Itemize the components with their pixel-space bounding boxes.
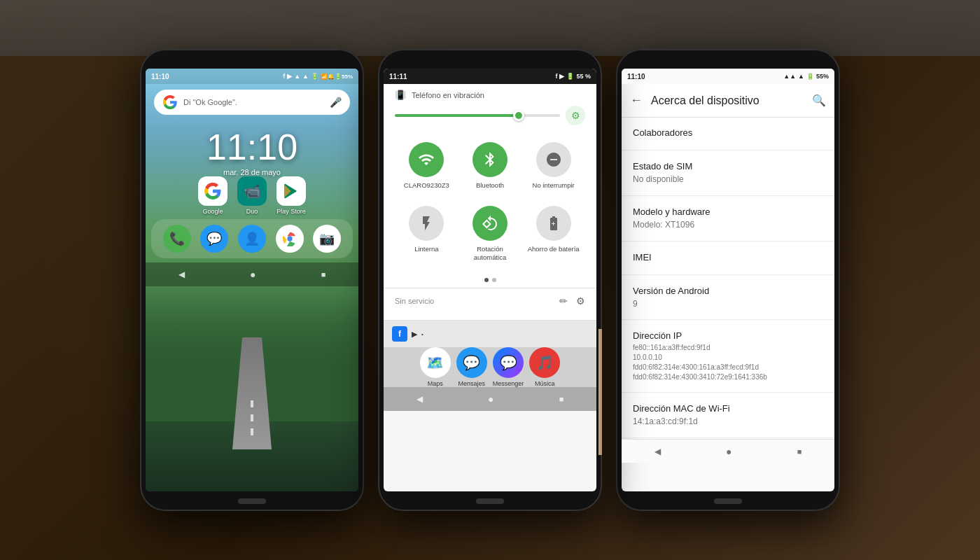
qs-settings-icon[interactable]: ⚙ (576, 295, 585, 307)
about-item-modelo[interactable]: Modelo y hardware Modelo: XT1096 (622, 197, 834, 241)
quick-settings-panel: 📳 Teléfono en vibración ⚙ (384, 84, 596, 320)
dock-messages[interactable]: 💬 (200, 225, 228, 253)
about-value-5: fe80::161a:a3ff:fecd:9f1d 10.0.0.10 fdd0… (633, 343, 823, 382)
status-icons-3: ▲▲ ▲ 🔋 55% (783, 73, 829, 80)
about-value-6: 14:1a:a3:cd:9f:1d (633, 416, 823, 428)
dock-chrome[interactable] (276, 225, 304, 253)
qs-bottom-bar: Sin servicio ✏ ⚙ (384, 288, 596, 313)
app-maps[interactable]: 🗺️ Maps (420, 347, 451, 387)
dock-camera[interactable]: 📷 (313, 225, 341, 253)
bluetooth-tile-label: Bluetooth (476, 181, 504, 189)
about-item-colaboradores[interactable]: Colaboradores (622, 118, 834, 150)
about-value-4: 9 (633, 298, 823, 310)
app-google[interactable]: Google (198, 176, 227, 215)
fb-icon: f (283, 73, 285, 80)
battery-icon-1: 🔋 (311, 73, 318, 80)
bluetooth-tile-icon (472, 142, 507, 177)
qs-settings-gear[interactable]: ⚙ (566, 106, 585, 125)
qs-tile-flashlight[interactable]: Linterna (395, 197, 458, 270)
vibration-bar: 📳 Teléfono en vibración (384, 84, 596, 103)
svg-point-0 (287, 236, 292, 241)
app-messages-2[interactable]: 💬 Mensajes (456, 347, 487, 387)
back-btn-3[interactable]: ◀ (654, 447, 661, 456)
about-label-5: Dirección IP (633, 330, 823, 341)
phones-container: 11:10 f ▶ ▲ ▲ 🔋 📶🔔🔋55% Di (133, 49, 847, 511)
qs-tile-bluetooth[interactable]: Bluetooth (458, 134, 522, 197)
dock-contacts[interactable]: 👤 (238, 225, 266, 253)
app-duo[interactable]: 📹 Duo (237, 176, 267, 215)
wifi-status-icon: ▲ (302, 73, 309, 80)
home-btn-3[interactable]: ● (726, 446, 732, 457)
google-search-bar[interactable]: Di "Ok Google". 🎤 (154, 90, 350, 115)
signal-icon: ▲ (294, 73, 300, 80)
about-label-0: Colaboradores (633, 127, 823, 138)
status-icons-1: f ▶ ▲ ▲ 🔋 📶🔔🔋55% (283, 73, 353, 80)
recent-btn-3[interactable]: ■ (797, 447, 802, 456)
phone-1: 11:10 f ▶ ▲ ▲ 🔋 📶🔔🔋55% Di (140, 49, 364, 511)
qs-dot-1 (484, 278, 489, 282)
nav-bar-3: ◀ ● ■ (622, 439, 834, 463)
phone-1-screen: 11:10 f ▶ ▲ ▲ 🔋 📶🔔🔋55% Di (146, 69, 358, 491)
about-item-sim[interactable]: Estado de SIM No disponible (622, 151, 834, 196)
about-toolbar: ← Acerca del dispositivo 🔍 (622, 84, 834, 118)
brightness-slider[interactable] (395, 114, 560, 117)
about-item-ip[interactable]: Dirección IP fe80::161a:a3ff:fecd:9f1d 1… (622, 321, 834, 393)
battery-icon-3: 🔋 (806, 73, 814, 80)
recent-btn-2[interactable]: ■ (559, 395, 564, 403)
about-title: Acerca del dispositivo (651, 94, 804, 107)
status-bar-2: 11:11 f ▶ 🔋 55 % (384, 69, 596, 84)
search-placeholder: Di "Ok Google". (183, 98, 324, 106)
playstore-app-label: Play Store (276, 208, 306, 215)
google-app-label: Google (202, 208, 223, 215)
about-value-2: Modelo: XT1096 (633, 219, 823, 231)
about-label-4: Versión de Android (633, 286, 823, 296)
phone-3-screen: 11:10 ▲▲ ▲ 🔋 55% ← Acerca del dispositiv… (622, 69, 834, 491)
qs-tile-wifi[interactable]: CLARO9230Z3 (395, 134, 458, 197)
phone-2-screen: 11:11 f ▶ 🔋 55 % 📳 Teléfono en vibración (384, 69, 596, 491)
home-date: mar. 28 de mayo (146, 168, 358, 176)
battery-pct-3: 55% (816, 73, 829, 80)
app-music[interactable]: 🎵 Música (529, 347, 560, 387)
status-bar-3: 11:10 ▲▲ ▲ 🔋 55% (622, 69, 834, 84)
status-time-1: 11:10 (151, 73, 169, 80)
phone-3: 11:10 ▲▲ ▲ 🔋 55% ← Acerca del dispositiv… (616, 49, 840, 511)
mic-icon[interactable]: 🎤 (330, 97, 342, 108)
flashlight-tile-icon (409, 206, 444, 241)
back-btn-2[interactable]: ◀ (416, 394, 423, 404)
about-item-mac[interactable]: Dirección MAC de Wi-Fi 14:1a:a3:cd:9f:1d (622, 393, 834, 438)
dock-1: 📞 💬 👤 📷 (151, 219, 353, 258)
qs-tile-rotation[interactable]: Rotaciónautomática (458, 197, 522, 270)
battery-pct-1: 📶🔔🔋55% (321, 74, 353, 80)
about-item-imei[interactable]: IMEI (622, 242, 834, 275)
qs-bottom-actions: ✏ ⚙ (559, 295, 585, 307)
dock-row-2: 🗺️ Maps 💬 Mensajes 💬 Messenger (420, 347, 561, 387)
qs-edit-icon[interactable]: ✏ (559, 295, 568, 307)
recent-btn-1[interactable]: ■ (321, 270, 326, 279)
status-bar-1: 11:10 f ▶ ▲ ▲ 🔋 📶🔔🔋55% (146, 69, 358, 84)
back-arrow[interactable]: ← (630, 93, 643, 108)
recent-apps-bar: f ▶ • (384, 321, 596, 347)
app-messenger[interactable]: 💬 Messenger (493, 347, 524, 387)
home-btn-1[interactable]: ● (250, 269, 255, 280)
play-icon: ▶ (287, 73, 292, 80)
dot-indicator: • (421, 331, 424, 337)
qs-tile-dnd[interactable]: No interrumpir (522, 134, 585, 197)
about-label-6: Dirección MAC de Wi-Fi (633, 403, 823, 414)
home-clock: 11:10 (146, 129, 358, 165)
about-item-android[interactable]: Versión de Android 9 (622, 276, 834, 321)
phone-2-home-hardware (476, 498, 504, 504)
recents-area: 🗺️ Maps 💬 Mensajes 💬 Messenger (384, 347, 596, 387)
battery-tile-label: Ahorro de batería (528, 245, 580, 253)
flashlight-tile-label: Linterna (414, 245, 438, 253)
search-icon-3[interactable]: 🔍 (812, 94, 826, 107)
play-recent-icon: ▶ (412, 330, 417, 339)
back-btn-1[interactable]: ◀ (178, 270, 185, 279)
dock-phone[interactable]: 📞 (163, 225, 191, 253)
qs-tile-battery[interactable]: Ahorro de batería (522, 197, 585, 270)
about-label-3: IMEI (633, 252, 823, 262)
about-value-1: No disponible (633, 174, 823, 186)
signal-icon-3: ▲▲ (783, 73, 796, 80)
home-btn-2[interactable]: ● (488, 393, 493, 405)
app-playstore[interactable]: Play Store (276, 176, 306, 215)
about-label-2: Modelo y hardware (633, 206, 823, 217)
